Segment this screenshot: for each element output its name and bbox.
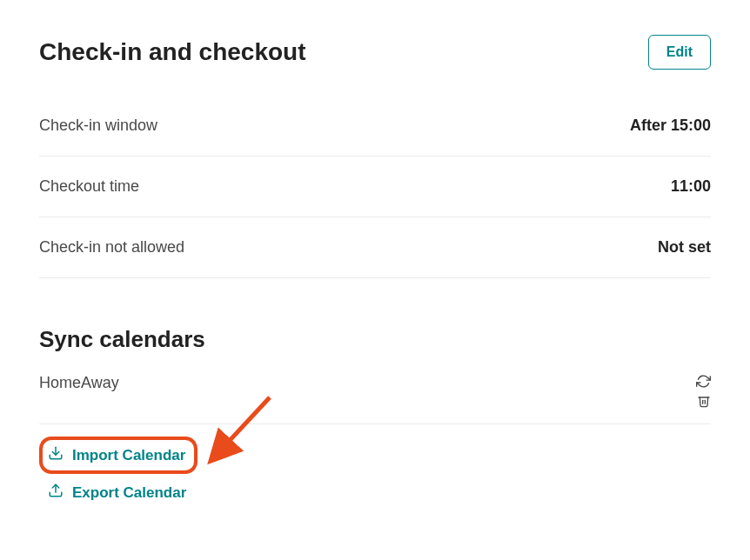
checkin-not-allowed-row: Check-in not allowed Not set bbox=[39, 217, 711, 278]
row-value: 11:00 bbox=[671, 177, 711, 196]
export-calendar-label: Export Calendar bbox=[72, 484, 186, 502]
calendar-row: HomeAway bbox=[39, 369, 711, 424]
section-title: Sync calendars bbox=[39, 326, 711, 353]
sync-calendars-section: Sync calendars HomeAway bbox=[39, 326, 711, 508]
checkin-window-row: Check-in window After 15:00 bbox=[39, 96, 711, 157]
export-calendar-link[interactable]: Export Calendar bbox=[39, 477, 195, 508]
checkout-time-row: Checkout time 11:00 bbox=[39, 157, 711, 217]
section-title: Check-in and checkout bbox=[39, 38, 306, 66]
section-header: Check-in and checkout Edit bbox=[39, 35, 711, 70]
edit-button[interactable]: Edit bbox=[648, 35, 711, 70]
checkin-checkout-section: Check-in and checkout Edit Check-in wind… bbox=[39, 35, 711, 278]
import-calendar-highlight: Import Calendar bbox=[39, 437, 198, 474]
row-value: After 15:00 bbox=[630, 117, 711, 135]
sync-actions: Import Calendar Export Calendar bbox=[39, 437, 711, 508]
calendar-actions bbox=[696, 374, 711, 408]
import-calendar-label: Import Calendar bbox=[72, 447, 185, 464]
upload-icon bbox=[48, 483, 64, 503]
trash-icon[interactable] bbox=[697, 394, 711, 408]
row-label: Check-in not allowed bbox=[39, 238, 184, 257]
row-value: Not set bbox=[658, 238, 711, 257]
row-label: Checkout time bbox=[39, 177, 139, 196]
calendar-name: HomeAway bbox=[39, 374, 119, 392]
download-icon bbox=[48, 445, 64, 465]
refresh-icon[interactable] bbox=[696, 374, 711, 389]
row-label: Check-in window bbox=[39, 117, 157, 135]
import-calendar-link[interactable]: Import Calendar bbox=[48, 443, 185, 467]
